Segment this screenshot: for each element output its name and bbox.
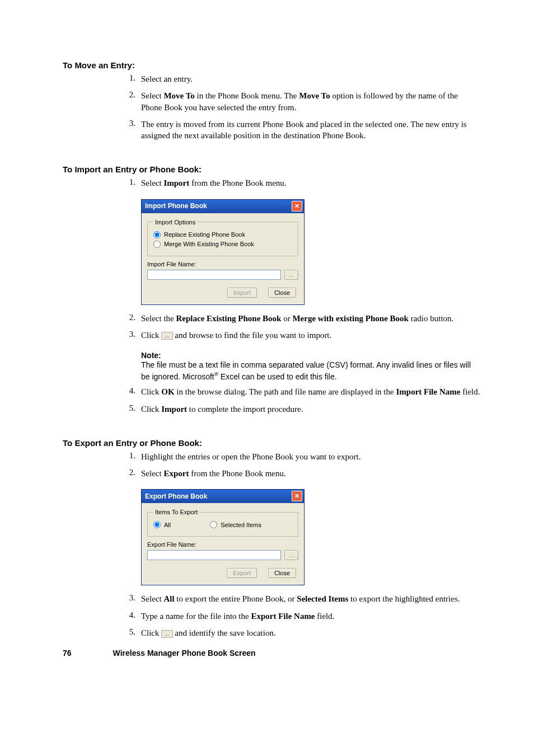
step-number: 5.	[63, 627, 141, 638]
dialog-body: Items To Export All Selected Items Expor…	[142, 503, 304, 585]
step-number: 1.	[63, 451, 141, 462]
dialog-body: Import Options Replace Existing Phone Bo…	[142, 213, 304, 304]
note-title: Note:	[141, 351, 480, 360]
dialog-titlebar: Import Phone Book ✕	[142, 200, 304, 213]
radio-all[interactable]: All	[153, 521, 171, 528]
step-number: 4.	[63, 386, 141, 397]
radio-label: Merge With Existing Phone Book	[164, 241, 254, 247]
page: To Move an Entry: 1. Select an entry. 2.…	[0, 0, 534, 756]
file-row: ...	[147, 550, 298, 560]
step-number: 3.	[63, 330, 141, 341]
import-options-group: Import Options Replace Existing Phone Bo…	[147, 219, 298, 256]
export-file-input[interactable]	[147, 550, 281, 560]
radio-label: All	[164, 522, 171, 528]
step-number: 2.	[63, 90, 141, 113]
step-text: Select an entry.	[141, 73, 480, 84]
page-number: 76	[63, 649, 72, 658]
list-item: 4. Type a name for the file into the Exp…	[63, 611, 480, 622]
move-list: 1. Select an entry. 2. Select Move To in…	[63, 73, 480, 141]
step-text: Select Move To in the Phone Book menu. T…	[141, 90, 480, 113]
list-item: 3. The entry is moved from its current P…	[63, 119, 480, 142]
close-icon[interactable]: ✕	[292, 491, 302, 501]
list-item: 1. Select an entry.	[63, 73, 480, 84]
step-number: 3.	[63, 593, 141, 604]
list-item: 3. Click ... and browse to find the file…	[63, 330, 480, 341]
radio-merge[interactable]: Merge With Existing Phone Book	[153, 241, 292, 248]
radio-replace[interactable]: Replace Existing Phone Book	[153, 231, 292, 238]
step-text: Type a name for the file into the Export…	[141, 611, 480, 622]
file-row: ...	[147, 270, 298, 280]
step-number: 4.	[63, 611, 141, 622]
dialog-title: Export Phone Book	[145, 492, 207, 500]
step-text: Select Export from the Phone Book menu.	[141, 468, 480, 479]
page-footer: 76 Wireless Manager Phone Book Screen	[63, 649, 256, 658]
step-text: Click Import to complete the import proc…	[141, 403, 480, 415]
dialog-titlebar: Export Phone Book ✕	[142, 490, 304, 503]
note-block: Note: The file must be a text file in co…	[141, 351, 480, 382]
step-number: 1.	[63, 177, 141, 189]
step-text: Highlight the entries or open the Phone …	[141, 451, 480, 462]
group-legend: Import Options	[153, 219, 197, 226]
step-text: Click OK in the browse dialog. The path …	[141, 386, 480, 397]
list-item: 4. Click OK in the browse dialog. The pa…	[63, 386, 480, 397]
export-list: 1. Highlight the entries or open the Pho…	[63, 451, 480, 480]
step-text: Select All to export the entire Phone Bo…	[141, 593, 480, 604]
radio-label: Selected Items	[221, 522, 261, 528]
list-item: 5. Click Import to complete the import p…	[63, 403, 480, 415]
list-item: 5. Click ... and identify the save locat…	[63, 627, 480, 638]
import-file-input[interactable]	[147, 270, 281, 280]
import-list-cont: 2. Select the Replace Existing Phone Boo…	[63, 313, 480, 341]
ellipsis-icon: ...	[161, 630, 172, 638]
import-file-label: Import File Name:	[147, 261, 298, 267]
list-item: 1. Select Import from the Phone Book men…	[63, 177, 480, 189]
dialog-title: Import Phone Book	[145, 202, 207, 210]
ellipsis-icon: ...	[161, 332, 172, 340]
close-icon[interactable]: ✕	[292, 201, 302, 212]
import-dialog: Import Phone Book ✕ Import Options Repla…	[141, 199, 305, 305]
export-dialog: Export Phone Book ✕ Items To Export All …	[141, 489, 305, 585]
import-button[interactable]: Import	[227, 288, 257, 298]
radio-selected[interactable]: Selected Items	[210, 521, 261, 528]
browse-button[interactable]: ...	[284, 550, 298, 560]
export-file-label: Export File Name:	[147, 541, 298, 548]
heading-export: To Export an Entry or Phone Book:	[63, 438, 480, 448]
radio-label: Replace Existing Phone Book	[164, 231, 245, 238]
close-button[interactable]: Close	[268, 568, 296, 578]
list-item: 3. Select All to export the entire Phone…	[63, 593, 480, 604]
step-number: 2.	[63, 313, 141, 324]
step-number: 5.	[63, 403, 141, 415]
step-text: Select the Replace Existing Phone Book o…	[141, 313, 480, 324]
step-text: Select Import from the Phone Book menu.	[141, 177, 480, 189]
export-list-cont: 3. Select All to export the entire Phone…	[63, 593, 480, 638]
list-item: 2. Select Move To in the Phone Book menu…	[63, 90, 480, 113]
close-button[interactable]: Close	[268, 288, 296, 298]
step-number: 1.	[63, 73, 141, 84]
import-list-cont2: 4. Click OK in the browse dialog. The pa…	[63, 386, 480, 415]
group-legend: Items To Export	[153, 509, 199, 515]
step-text: The entry is moved from its current Phon…	[141, 119, 480, 142]
browse-button[interactable]: ...	[284, 270, 298, 280]
list-item: 2. Select the Replace Existing Phone Boo…	[63, 313, 480, 324]
footer-title: Wireless Manager Phone Book Screen	[113, 649, 256, 658]
import-list: 1. Select Import from the Phone Book men…	[63, 177, 480, 189]
note-body: The file must be a text file in comma se…	[141, 360, 480, 382]
export-button[interactable]: Export	[227, 568, 257, 578]
export-items-group: Items To Export All Selected Items	[147, 509, 298, 537]
radio-input[interactable]	[153, 241, 161, 248]
dialog-actions: Export Close	[147, 568, 298, 578]
heading-move: To Move an Entry:	[63, 60, 480, 70]
step-number: 3.	[63, 119, 141, 142]
heading-import: To Import an Entry or Phone Book:	[63, 165, 480, 174]
step-number: 2.	[63, 468, 141, 479]
radio-input[interactable]	[153, 231, 161, 238]
dialog-actions: Import Close	[147, 288, 298, 298]
radio-input[interactable]	[153, 521, 161, 528]
list-item: 2. Select Export from the Phone Book men…	[63, 468, 480, 479]
list-item: 1. Highlight the entries or open the Pho…	[63, 451, 480, 462]
radio-input[interactable]	[210, 521, 217, 528]
step-text: Click ... and browse to find the file yo…	[141, 330, 480, 341]
radio-grid: All Selected Items	[153, 519, 292, 530]
step-text: Click ... and identify the save location…	[141, 627, 480, 638]
